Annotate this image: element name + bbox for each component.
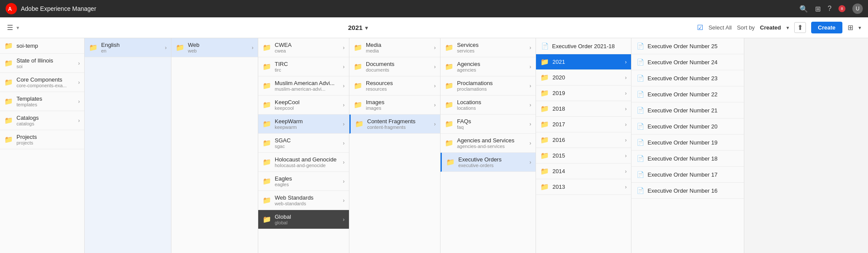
list-item[interactable]: 📁 FAQs faq ›	[441, 115, 536, 134]
folder-icon: 📁	[89, 43, 98, 52]
list-item[interactable]: 📄 Executive Order Number 24	[631, 54, 744, 70]
year-selector[interactable]: 2021 ▾	[348, 24, 368, 31]
create-button[interactable]: Create	[811, 22, 842, 33]
list-item[interactable]: 📄 Executive Order Number 25	[631, 38, 744, 54]
column-6: 📄 Executive Order 2021-18 📁 2021 › 📁 202…	[536, 38, 631, 253]
list-item[interactable]: 📁 2014 ›	[536, 164, 631, 179]
list-item[interactable]: 📁 TIRC tirc ›	[258, 57, 349, 76]
list-item[interactable]: 📄 Executive Order Number 18	[631, 151, 744, 167]
item-subtitle: muslim-american-advi...	[275, 86, 339, 92]
item-title: Executive Order Number 22	[648, 91, 739, 98]
list-item[interactable]: 📁 Executive Orders executive-orders ›	[441, 153, 536, 172]
folder-icon: 📁	[445, 101, 454, 109]
item-title: Projects	[16, 134, 80, 140]
folder-icon: 📁	[445, 120, 454, 128]
help-icon[interactable]: ?	[828, 5, 832, 13]
sidebar-toggle-icon[interactable]: ☰	[7, 23, 13, 32]
year-chevron-icon: ▾	[365, 24, 368, 31]
list-item[interactable]: 📁 2015 ›	[536, 148, 631, 164]
chevron-right-icon: ›	[343, 64, 345, 70]
upload-icon[interactable]: ⬆	[794, 22, 806, 33]
list-item[interactable]: 📄 Executive Order Number 21	[631, 102, 744, 118]
search-icon[interactable]: 🔍	[799, 5, 808, 13]
list-item[interactable]: 📁 Agencies and Services agencies-and-ser…	[441, 134, 536, 153]
list-item[interactable]: 📁 Holocaust and Genocide holocaust-and-g…	[258, 153, 349, 172]
list-item[interactable]: 📁 State of Illinois soi ›	[0, 54, 84, 73]
folder-icon: 📁	[4, 97, 13, 105]
folder-icon: 📁	[263, 43, 271, 52]
item-subtitle: keepwarm	[275, 125, 339, 130]
folder-icon: 📁	[4, 59, 13, 67]
list-item[interactable]: 📁 Proclamations proclamations ›	[441, 76, 536, 95]
list-item[interactable]: 📁 KeepWarm keepwarm ›	[258, 115, 349, 134]
chevron-right-icon: ›	[343, 102, 345, 108]
list-item[interactable]: 📁 2020 ›	[536, 70, 631, 85]
list-item[interactable]: 📁 SGAC sgac ›	[258, 134, 349, 153]
list-item[interactable]: 📁 KeepCool keepcool ›	[258, 95, 349, 115]
list-item[interactable]: 📁 Agencies agencies ›	[441, 57, 536, 76]
list-item[interactable]: 📁 soi-temp	[0, 38, 84, 54]
list-item[interactable]: 📁 Content Fragments content-fragments ›	[349, 115, 440, 134]
list-item[interactable]: 📁 2021 ›	[536, 54, 631, 70]
list-item[interactable]: 📁 2013 ›	[536, 179, 631, 195]
list-item[interactable]: 📁 Web Standards web-standards ›	[258, 191, 349, 210]
list-item[interactable]: 📁 Templates templates ›	[0, 92, 84, 111]
folder-icon: 📁	[540, 120, 549, 128]
list-item[interactable]: 📁 2016 ›	[536, 132, 631, 148]
apps-icon[interactable]: ⊞	[815, 5, 821, 13]
item-subtitle: core-components-exa...	[16, 83, 75, 88]
list-item[interactable]: 📄 Executive Order 2021-18	[536, 38, 631, 54]
list-item[interactable]: 📄 Executive Order Number 22	[631, 86, 744, 102]
list-item[interactable]: 📁 Media media ›	[349, 38, 440, 57]
item-subtitle: sgac	[275, 144, 339, 149]
folder-icon: 📁	[540, 58, 549, 66]
folder-icon: 📁	[540, 151, 549, 160]
list-item[interactable]: 📄 Executive Order Number 19	[631, 135, 744, 151]
list-item[interactable]: 📄 Executive Order Number 16	[631, 183, 744, 199]
chevron-right-icon: ›	[434, 83, 436, 89]
list-item[interactable]: 📁 Documents documents ›	[349, 57, 440, 76]
view-chevron-icon[interactable]: ▾	[858, 25, 861, 31]
list-item[interactable]: 📁 Core Components core-components-exa...…	[0, 73, 84, 92]
item-subtitle: soi	[16, 64, 75, 69]
select-all-label[interactable]: Select All	[708, 24, 731, 31]
chevron-right-icon: ›	[165, 45, 167, 51]
list-item[interactable]: 📁 2017 ›	[536, 117, 631, 132]
folder-icon: 📁	[263, 139, 271, 147]
column-browser: 📁 soi-temp 📁 State of Illinois soi › 📁 C…	[0, 38, 868, 253]
list-item[interactable]: 📁 CWEA cwea ›	[258, 38, 349, 57]
item-subtitle: keepcool	[275, 105, 339, 111]
list-item[interactable]: 📁 Images images ›	[349, 95, 440, 115]
list-item[interactable]: 📁 2019 ›	[536, 85, 631, 101]
notification-badge[interactable]: 8	[838, 5, 845, 12]
item-subtitle: images	[366, 105, 431, 111]
list-item[interactable]: 📁 Locations locations ›	[441, 95, 536, 115]
list-item[interactable]: 📄 Executive Order Number 20	[631, 118, 744, 135]
sort-chevron-icon[interactable]: ▾	[786, 25, 789, 31]
list-item[interactable]: 📁 Services services ›	[441, 38, 536, 57]
sort-value[interactable]: Created	[760, 24, 781, 31]
list-item[interactable]: 📁 2018 ›	[536, 101, 631, 117]
list-item[interactable]: 📁 Resources resources ›	[349, 76, 440, 95]
view-toggle-icon[interactable]: ⊞	[848, 23, 853, 32]
item-title: Executive Order Number 20	[648, 123, 739, 130]
list-item[interactable]: 📄 Executive Order Number 17	[631, 167, 744, 183]
list-item[interactable]: 📁 Catalogs catalogs ›	[0, 111, 84, 130]
checkbox-select-all-icon[interactable]: ☑	[697, 23, 703, 32]
document-icon: 📄	[637, 107, 644, 114]
list-item[interactable]: 📁 English en ›	[85, 38, 171, 57]
user-avatar-icon[interactable]: U	[852, 3, 863, 14]
toolbar-chevron-icon[interactable]: ▾	[16, 25, 19, 31]
list-item[interactable]: 📄 Executive Order Number 23	[631, 70, 744, 86]
item-title: Documents	[366, 61, 431, 67]
item-subtitle: web	[188, 48, 248, 53]
item-title: CWEA	[275, 42, 339, 48]
folder-icon: 📁	[354, 82, 362, 90]
list-item[interactable]: 📁 Eagles eagles ›	[258, 172, 349, 191]
list-item[interactable]: 📁 Web web ›	[171, 38, 258, 57]
list-item[interactable]: 📁 Global global ›	[258, 210, 349, 229]
item-title: Services	[457, 42, 526, 48]
list-item[interactable]: 📁 Muslim American Advi... muslim-america…	[258, 76, 349, 95]
document-icon: 📄	[637, 139, 644, 146]
list-item[interactable]: 📁 Projects projects	[0, 130, 84, 149]
